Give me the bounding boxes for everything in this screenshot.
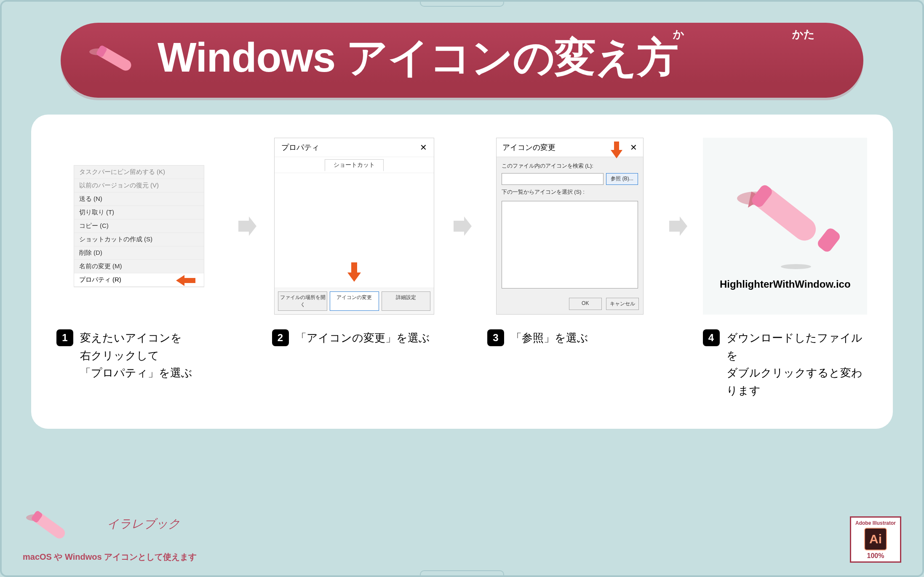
ok-button[interactable]: OK — [569, 298, 602, 310]
ai-label: Adobe Illustrator — [855, 520, 896, 526]
pointer-arrow-icon — [347, 262, 362, 283]
menu-item: 名前の変更 (M) — [74, 260, 204, 273]
close-icon[interactable]: ✕ — [630, 142, 637, 152]
pointer-arrow-icon — [176, 274, 195, 288]
ai-percent: 100% — [855, 552, 896, 560]
title-wrap: か かた Windows アイコンの変え方 — [158, 30, 838, 86]
top-notch — [420, 1, 504, 7]
browse-button[interactable]: 参照 (B)... — [606, 173, 638, 185]
open-location-button[interactable]: ファイルの場所を開く — [278, 291, 327, 311]
context-menu: タスクバーにピン留めする (K) 以前のバージョンの復元 (V) 送る (N) … — [74, 165, 204, 287]
ruby-kata: かた — [792, 27, 815, 42]
header-pill: か かた Windows アイコンの変え方 — [61, 23, 863, 98]
advanced-button[interactable]: 詳細設定 — [382, 291, 431, 311]
change-icon-button[interactable]: アイコンの変更 — [330, 291, 379, 311]
footer: イラレブック macOS や Windwos アイコンとして使えます Adobe… — [23, 501, 901, 563]
tab-shortcut[interactable]: ショートカット — [325, 159, 384, 171]
result-preview: HighlighterWithWindow.ico — [703, 138, 867, 315]
step-text: ダウンロードしたファイルを ダブルクリックすると変わります — [726, 329, 868, 399]
footer-note: macOS や Windwos アイコンとして使えます — [23, 551, 197, 563]
svg-rect-6 — [816, 227, 842, 254]
highlighter-icon — [23, 501, 77, 547]
ruby-ka: か — [673, 27, 684, 42]
menu-item: 切り取り (T) — [74, 206, 204, 219]
window-title: プロパティ — [281, 142, 319, 152]
close-icon[interactable]: ✕ — [420, 142, 427, 152]
menu-item: コピー (C) — [74, 219, 204, 233]
step-1: タスクバーにピン留めする (K) 以前のバージョンの復元 (V) 送る (N) … — [52, 136, 226, 382]
step-number: 3 — [487, 329, 504, 346]
menu-item-properties[interactable]: プロパティ (R) — [74, 273, 204, 287]
step-number: 1 — [56, 329, 73, 346]
change-icon-window: アイコンの変更 ✕ このファイル内のアイコンを検索 (L): 参照 (B)...… — [496, 138, 644, 315]
step-number: 2 — [272, 329, 289, 346]
path-input[interactable] — [502, 173, 604, 185]
menu-item: タスクバーにピン留めする (K) — [74, 166, 204, 179]
page-title: Windows アイコンの変え方 — [158, 30, 838, 86]
step-text: 「アイコンの変更」を選ぶ — [296, 329, 430, 347]
bottom-notch — [420, 570, 504, 576]
menu-item: 送る (N) — [74, 192, 204, 206]
flow-arrow-icon — [234, 136, 259, 317]
properties-window: プロパティ ✕ ショートカット ファイルの場所を開く アイコンの変更 詳細設定 — [274, 138, 434, 315]
header: か かた Windows アイコンの変え方 — [61, 23, 863, 98]
step-number: 4 — [703, 329, 720, 346]
window-title: アイコンの変更 — [502, 142, 555, 152]
steps-card: タスクバーにピン留めする (K) 以前のバージョンの復元 (V) 送る (N) … — [31, 115, 893, 429]
flow-arrow-icon — [449, 136, 475, 317]
step-3: アイコンの変更 ✕ このファイル内のアイコンを検索 (L): 参照 (B)...… — [483, 136, 657, 347]
icon-list[interactable] — [502, 201, 638, 288]
flow-arrow-icon — [665, 136, 690, 317]
cancel-button[interactable]: キャンセル — [606, 298, 639, 310]
step-4: HighlighterWithWindow.ico 4 ダウンロードしたファイル… — [699, 136, 872, 399]
step-2: プロパティ ✕ ショートカット ファイルの場所を開く アイコンの変更 詳細設定 — [268, 136, 441, 347]
menu-item: 以前のバージョンの復元 (V) — [74, 179, 204, 192]
filename-label: HighlighterWithWindow.ico — [720, 278, 851, 290]
menu-item: ショットカットの作成 (S) — [74, 233, 204, 246]
illustrator-icon: Ai — [864, 528, 887, 550]
step-text: 「参照」を選ぶ — [511, 329, 588, 347]
ai-badge: Adobe Illustrator Ai 100% — [850, 516, 901, 563]
brand-label: イラレブック — [107, 516, 180, 532]
pointer-arrow-icon — [610, 142, 623, 160]
menu-item: 削除 (D) — [74, 246, 204, 260]
step-text: 変えたいアイコンを 右クリックして 「プロパティ」を選ぶ — [80, 329, 192, 382]
svg-point-7 — [781, 264, 811, 269]
select-label: 下の一覧からアイコンを選択 (S) : — [502, 188, 638, 196]
highlighter-icon — [726, 162, 844, 272]
highlighter-icon — [86, 33, 145, 83]
menu-item-label: プロパティ (R) — [79, 276, 121, 283]
search-label: このファイル内のアイコンを検索 (L): — [502, 162, 638, 170]
